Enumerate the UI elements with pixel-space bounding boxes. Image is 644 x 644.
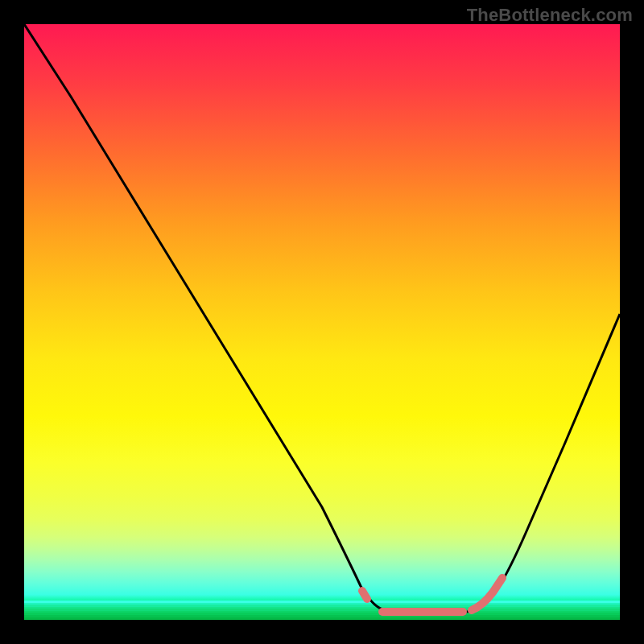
series-highlight-dot-left (362, 591, 367, 599)
plot-area (24, 24, 620, 620)
series-curve (24, 24, 620, 613)
series-highlight-right (472, 578, 502, 610)
curve-layer (24, 24, 620, 620)
chart-container: TheBottleneck.com (0, 0, 644, 644)
watermark-label: TheBottleneck.com (467, 5, 633, 26)
